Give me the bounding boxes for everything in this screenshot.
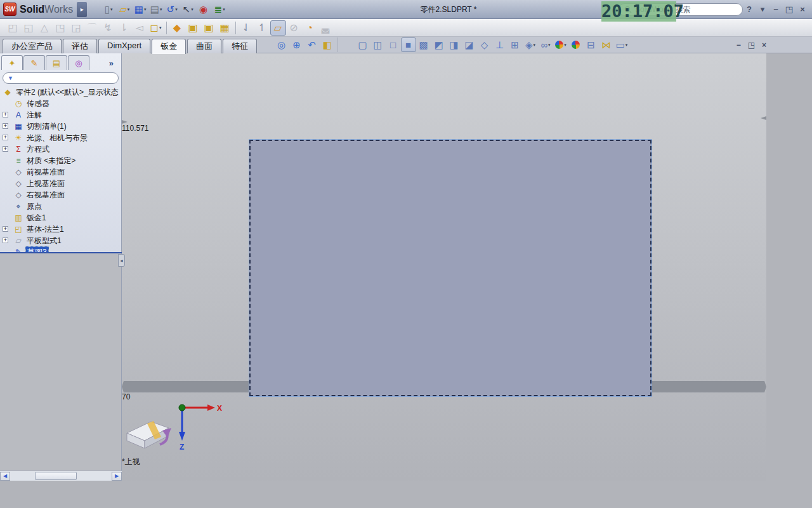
configurationmanager-tab[interactable]: ▤: [46, 55, 67, 70]
corner-tool-icon[interactable]: ◻ ▾: [148, 20, 164, 36]
sketched-bend-icon[interactable]: ⇂: [116, 20, 132, 36]
rip-icon[interactable]: ◔: [302, 20, 318, 36]
options-icon[interactable]: ≣ ▾: [212, 2, 227, 17]
select-icon[interactable]: ↖ ▾: [180, 2, 195, 17]
separator[interactable]: [166, 22, 167, 34]
hidden-lines-removed-icon[interactable]: □: [386, 37, 401, 52]
tree-item-base-flange1[interactable]: + ◰ 基体-法兰1: [0, 224, 121, 235]
tree-item-lights-cameras[interactable]: + ☀ 光源、相机与布景: [0, 132, 121, 144]
panel-collapse-handle[interactable]: ◂: [118, 254, 125, 267]
shaded-icon[interactable]: ▩: [416, 37, 431, 52]
graphics-viewport[interactable]: 110.571 70 X: [122, 53, 766, 481]
close-button[interactable]: ×: [798, 4, 807, 14]
restore-button[interactable]: ◳: [785, 4, 794, 14]
swept-flange-icon[interactable]: ◛: [318, 20, 334, 36]
command-tab[interactable]: 评估: [63, 39, 97, 54]
tree-item-cut-list[interactable]: + ▦ 切割清单(1): [0, 121, 121, 132]
dimension-width-value[interactable]: 110.571: [122, 124, 766, 133]
tree-item-top-plane[interactable]: ◇ 上视基准面: [0, 178, 121, 189]
command-tab[interactable]: 办公室产品: [3, 39, 62, 54]
open-icon[interactable]: ▱ ▾: [117, 2, 132, 17]
print-icon[interactable]: ▤ ▾: [148, 2, 164, 17]
tree-item-equations[interactable]: + Σ 方程式: [0, 144, 121, 155]
fold-icon[interactable]: ↿: [254, 20, 270, 36]
no-bends-icon[interactable]: ⊘: [286, 20, 302, 36]
scroll-left-button[interactable]: ◀: [0, 472, 10, 481]
filter-input[interactable]: [16, 74, 114, 83]
featuremanager-tab[interactable]: ✦: [1, 55, 23, 70]
tree-expander[interactable]: +: [3, 123, 8, 129]
miter-flange-icon[interactable]: ◲: [69, 20, 84, 36]
realview-icon[interactable]: ◨: [447, 37, 462, 52]
flatten-icon[interactable]: ▱: [270, 20, 286, 36]
tree-item-origin[interactable]: ⌖ 原点: [0, 201, 121, 212]
bend-line[interactable]: [376, 142, 377, 394]
doc-minimize-button[interactable]: −: [737, 41, 741, 50]
tree-expander[interactable]: +: [3, 226, 8, 232]
panel-chevron-button[interactable]: »: [109, 58, 114, 68]
tree-item-sheet-metal1[interactable]: ▥ 钣金1: [0, 212, 121, 224]
tree-expander[interactable]: +: [3, 135, 8, 140]
view-orientation-icon[interactable]: ◈ ▾: [523, 37, 538, 52]
tree-filter-box[interactable]: ▼: [3, 72, 119, 84]
flat-pattern-face[interactable]: [249, 140, 652, 396]
zoom-to-fit-icon[interactable]: ◎: [274, 37, 289, 52]
edge-flange-icon[interactable]: ◳: [53, 20, 69, 36]
forming-tool-icon[interactable]: ◆: [169, 20, 185, 36]
undo-icon[interactable]: ↺ ▾: [164, 2, 180, 17]
tree-expander[interactable]: +: [3, 146, 8, 152]
command-tab[interactable]: DimXpert: [98, 39, 150, 54]
new-document-icon[interactable]: ▯ ▾: [101, 2, 116, 17]
assembly-scale-icon[interactable]: ⋈: [599, 37, 614, 52]
tree-item-front-plane[interactable]: ◇ 前视基准面: [0, 166, 121, 178]
help-dropdown-icon[interactable]: ▾: [758, 4, 767, 14]
display-settings-icon[interactable]: ∞ ▾: [538, 37, 553, 52]
separator[interactable]: [235, 22, 236, 34]
previous-view-icon[interactable]: ↶: [304, 37, 320, 52]
closed-corner-icon[interactable]: ◅: [132, 20, 148, 36]
tree-item-part-root[interactable]: ◆ 零件2 (默认<<默认>_显示状态: [0, 86, 121, 98]
scroll-thumb[interactable]: [35, 472, 77, 480]
shaded-with-edges-icon[interactable]: ■: [401, 37, 416, 52]
doc-close-button[interactable]: ×: [762, 41, 766, 50]
tree-expander[interactable]: +: [3, 237, 8, 243]
extruded-cut-icon[interactable]: ▣: [185, 20, 201, 36]
minimize-button[interactable]: −: [771, 4, 780, 14]
scroll-right-button[interactable]: ▶: [112, 472, 122, 481]
tree-expander[interactable]: +: [3, 112, 8, 117]
dimxpertmanager-tab[interactable]: ◎: [68, 55, 89, 70]
unfold-icon[interactable]: ⇃: [239, 20, 254, 36]
zoom-to-area-icon[interactable]: ⊕: [289, 37, 304, 52]
hem-icon[interactable]: ⌒: [84, 20, 100, 36]
apply-scene-icon[interactable]: [568, 37, 584, 52]
draft-quality-icon[interactable]: ⊟: [584, 37, 599, 52]
wireframe-icon[interactable]: ▢: [355, 37, 370, 52]
tree-item-material[interactable]: ≡ 材质 <未指定>: [0, 155, 121, 166]
tree-item-sketch3[interactable]: ✎ 草图3: [0, 246, 121, 252]
tree-item-flat-pattern1[interactable]: + ▱ 平板型式1: [0, 235, 121, 246]
convert-to-sheet-metal-icon[interactable]: ◱: [21, 20, 37, 36]
simple-hole-icon[interactable]: ▣: [201, 20, 217, 36]
ambient-occlusion-icon[interactable]: ◪: [462, 37, 477, 52]
section-view-icon[interactable]: ◧: [320, 37, 335, 52]
hidden-lines-visible-icon[interactable]: ◫: [370, 37, 386, 52]
screen-options-icon[interactable]: ▭ ▾: [614, 37, 629, 52]
command-tab[interactable]: 钣金: [152, 39, 186, 54]
separator[interactable]: [337, 37, 353, 52]
shadows-icon[interactable]: ◩: [431, 37, 447, 52]
save-icon[interactable]: ▦ ▾: [133, 2, 148, 17]
tree-item-right-plane[interactable]: ◇ 右视基准面: [0, 189, 121, 201]
perspective-icon[interactable]: ◇: [477, 37, 492, 52]
edit-appearance-icon[interactable]: ▾: [553, 37, 568, 52]
propertymanager-tab[interactable]: ✎: [23, 55, 45, 70]
tree-item-annotations[interactable]: + A 注解: [0, 109, 121, 121]
lofted-bend-icon[interactable]: △: [37, 20, 53, 36]
normal-to-icon[interactable]: ⊥: [492, 37, 508, 52]
command-tab[interactable]: 特征: [223, 39, 257, 54]
doc-restore-button[interactable]: ◳: [748, 41, 755, 50]
jog-icon[interactable]: ↯: [100, 20, 116, 36]
view-selector-icon[interactable]: ⊞: [508, 37, 523, 52]
bend-line[interactable]: [523, 142, 523, 394]
help-button[interactable]: ?: [745, 4, 754, 14]
rebuild-traffic-light-icon[interactable]: ◉: [196, 2, 211, 17]
